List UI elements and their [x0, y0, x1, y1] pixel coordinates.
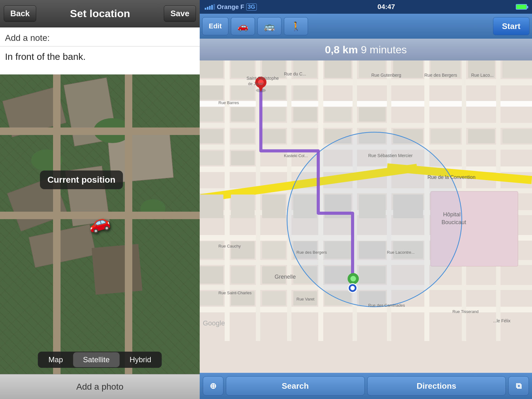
- status-bar: Orange F 3G 04:47: [200, 0, 532, 14]
- svg-text:Rue Sébastien Mercier: Rue Sébastien Mercier: [368, 153, 413, 158]
- svg-text:Kasteki Col...: Kasteki Col...: [284, 153, 308, 158]
- building-7: [92, 244, 143, 295]
- back-button[interactable]: Back: [4, 5, 36, 22]
- bus-transport-button[interactable]: 🚌: [257, 17, 281, 35]
- svg-rect-33: [231, 85, 255, 100]
- svg-rect-51: [502, 129, 532, 143]
- walk-transport-button[interactable]: 🚶: [284, 17, 308, 35]
- svg-rect-31: [502, 60, 532, 78]
- svg-text:Grenelle: Grenelle: [275, 274, 296, 280]
- svg-rect-37: [231, 107, 255, 122]
- signal-bar-2: [207, 7, 208, 10]
- svg-rect-32: [200, 85, 223, 100]
- svg-text:Rue Barres: Rue Barres: [218, 100, 239, 105]
- route-svg: Saint Christophe de Javel Rue du C... Ru…: [200, 60, 532, 373]
- signal-bar-5: [213, 4, 215, 10]
- note-text: In front of the bank.: [5, 51, 86, 62]
- svg-rect-53: [200, 151, 223, 165]
- note-text-area[interactable]: In front of the bank.: [0, 46, 200, 75]
- start-button[interactable]: Start: [493, 17, 530, 35]
- svg-rect-26: [325, 60, 351, 78]
- svg-rect-22: [200, 60, 223, 78]
- directions-button[interactable]: Directions: [367, 376, 506, 396]
- distance-km: 0,8 km: [325, 44, 361, 55]
- walk-transport-icon: 🚶: [290, 21, 301, 31]
- bus-transport-icon: 🚌: [264, 21, 275, 31]
- svg-rect-36: [200, 107, 223, 122]
- map-type-hybrid[interactable]: Hybrid: [120, 352, 161, 367]
- note-label: Add a note:: [5, 33, 50, 43]
- add-photo-label: Add a photo: [76, 382, 123, 392]
- svg-rect-38: [262, 107, 286, 122]
- svg-rect-77: [262, 291, 286, 305]
- svg-text:Rue des Bergers: Rue des Bergers: [424, 73, 457, 78]
- svg-rect-70: [231, 266, 255, 284]
- add-photo-bar[interactable]: Add a photo: [0, 374, 200, 399]
- nav-toolbar: Edit 🚗 🚌 🚶 Start: [200, 14, 532, 39]
- svg-rect-41: [359, 107, 386, 122]
- page-title: Set location: [70, 7, 130, 20]
- svg-rect-2: [200, 123, 532, 128]
- battery-icon: [516, 4, 527, 10]
- edit-button[interactable]: Edit: [202, 17, 228, 35]
- svg-text:Rue Cauchy: Rue Cauchy: [218, 244, 241, 248]
- status-time: 04:47: [378, 3, 395, 11]
- svg-rect-44: [262, 129, 286, 143]
- svg-rect-39: [293, 107, 317, 122]
- svg-text:Rue Saint-Charles: Rue Saint-Charles: [218, 291, 252, 295]
- svg-rect-24: [262, 60, 286, 78]
- location-button[interactable]: ⊕: [203, 376, 223, 396]
- right-panel: Orange F 3G 04:47 Edit 🚗 🚌 🚶 Start 0,8 k…: [200, 0, 532, 399]
- signal-bar-1: [205, 8, 206, 10]
- svg-rect-34: [262, 85, 286, 100]
- svg-text:Rue Laco...: Rue Laco...: [471, 73, 494, 78]
- search-button[interactable]: Search: [226, 376, 365, 396]
- svg-rect-64: [262, 241, 286, 259]
- location-icon: ⊕: [210, 381, 217, 391]
- svg-rect-23: [231, 60, 255, 78]
- svg-text:Saint Christophe: Saint Christophe: [246, 76, 279, 81]
- svg-rect-42: [200, 129, 223, 143]
- svg-rect-40: [325, 107, 351, 122]
- svg-rect-50: [468, 129, 495, 143]
- status-left: Orange F 3G: [205, 3, 257, 11]
- svg-text:Rue de la Convention: Rue de la Convention: [427, 175, 476, 180]
- save-button[interactable]: Save: [164, 5, 196, 22]
- map-type-map[interactable]: Map: [38, 352, 73, 367]
- distance-bar: 0,8 km 9 minutes: [200, 39, 532, 60]
- left-panel: Back Set location Save Add a note: In fr…: [0, 0, 200, 399]
- note-section: Add a note:: [0, 27, 200, 46]
- distance-time: 9 minutes: [361, 44, 407, 55]
- signal-bars: [205, 4, 215, 10]
- svg-text:Rue Gutenberg: Rue Gutenberg: [371, 73, 401, 78]
- satellite-map[interactable]: Current position 🚗 Map Satellite Hybrid: [0, 75, 200, 374]
- more-button[interactable]: ⧉: [508, 376, 529, 396]
- map-type-bar: Map Satellite Hybrid: [38, 352, 162, 368]
- svg-rect-55: [200, 195, 223, 218]
- map-type-satellite[interactable]: Satellite: [73, 352, 120, 367]
- current-position-label: Current position: [40, 171, 123, 189]
- car-transport-button[interactable]: 🚗: [231, 17, 255, 35]
- svg-text:de Javel: de Javel: [248, 81, 263, 86]
- network-type: 3G: [246, 3, 257, 11]
- svg-point-81: [287, 132, 462, 307]
- distance-text: 0,8 km 9 minutes: [325, 44, 407, 56]
- svg-text:Hôpital: Hôpital: [443, 211, 461, 218]
- signal-bar-4: [211, 5, 213, 10]
- signal-bar-3: [209, 6, 211, 10]
- road-vertical-1: [53, 75, 61, 374]
- navigation-map[interactable]: Saint Christophe de Javel Rue du C... Ru…: [200, 60, 532, 373]
- svg-point-89: [350, 286, 355, 290]
- svg-text:Rue Tisserand: Rue Tisserand: [452, 309, 479, 314]
- svg-rect-10: [200, 307, 532, 312]
- svg-text:Boucicaut: Boucicaut: [442, 219, 466, 225]
- map-background: Current position 🚗: [0, 75, 200, 374]
- road-vertical-2: [125, 75, 132, 374]
- svg-text:Rue Varet: Rue Varet: [296, 297, 315, 301]
- svg-text:Rue des Bergers: Rue des Bergers: [296, 250, 327, 255]
- bottom-toolbar: ⊕ Search Directions ⧉: [200, 373, 532, 399]
- nav-bar: Back Set location Save: [0, 0, 200, 27]
- svg-rect-43: [231, 129, 255, 143]
- more-icon: ⧉: [516, 381, 522, 391]
- svg-text:Google: Google: [203, 319, 225, 327]
